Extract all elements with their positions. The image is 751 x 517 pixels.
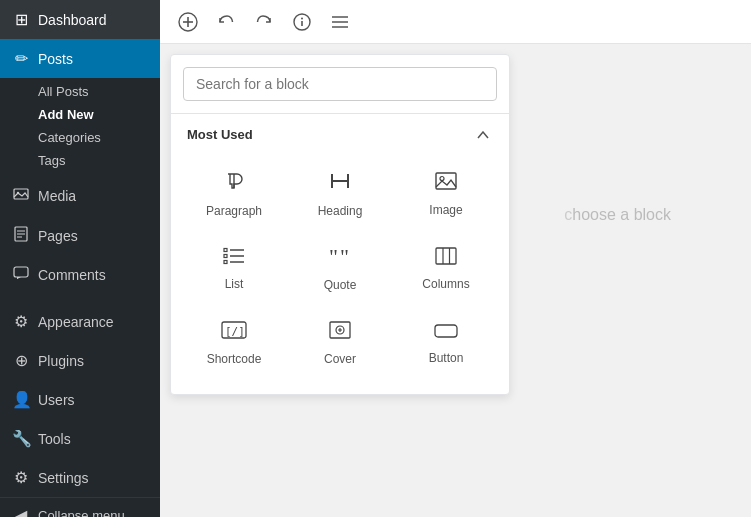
block-item-heading[interactable]: Heading	[289, 158, 391, 230]
block-item-button[interactable]: Button	[395, 308, 497, 378]
editor-toolbar	[160, 0, 751, 44]
media-icon	[12, 186, 30, 206]
image-icon	[435, 171, 457, 195]
sidebar-item-posts[interactable]: ✏ Posts	[0, 39, 160, 78]
plugins-icon: ⊕	[12, 351, 30, 370]
sidebar-label-media: Media	[38, 188, 76, 204]
main-area: Most Used Paragraph	[160, 0, 751, 517]
search-wrap	[171, 55, 509, 114]
block-item-list[interactable]: List	[183, 234, 285, 304]
shortcode-label: Shortcode	[207, 352, 262, 366]
search-block-input[interactable]	[183, 67, 497, 101]
block-item-paragraph[interactable]: Paragraph	[183, 158, 285, 230]
sidebar-label-plugins: Plugins	[38, 353, 84, 369]
posts-icon: ✏	[12, 49, 30, 68]
sidebar-label-appearance: Appearance	[38, 314, 114, 330]
sidebar-label-comments: Comments	[38, 267, 106, 283]
most-used-label: Most Used	[187, 127, 253, 142]
paragraph-label: Paragraph	[206, 204, 262, 218]
shortcode-icon: [/]	[221, 320, 247, 344]
editor-area: Most Used Paragraph	[160, 44, 751, 517]
svg-rect-31	[436, 248, 456, 264]
paragraph-icon	[223, 170, 245, 196]
sidebar-item-users[interactable]: 👤 Users	[0, 380, 160, 419]
block-inserter-popup: Most Used Paragraph	[170, 54, 510, 395]
settings-icon: ⚙	[12, 468, 30, 487]
blocks-grid: Paragraph Heading Image	[171, 150, 509, 394]
cover-icon	[329, 320, 351, 344]
svg-point-13	[301, 17, 303, 19]
svg-text:[/]: [/]	[225, 325, 245, 338]
block-item-shortcode[interactable]: [/] Shortcode	[183, 308, 285, 378]
posts-submenu: All Posts Add New Categories Tags	[0, 78, 160, 176]
block-item-cover[interactable]: Cover	[289, 308, 391, 378]
comments-icon	[12, 266, 30, 284]
block-item-quote[interactable]: "" Quote	[289, 234, 391, 304]
svg-rect-40	[435, 325, 457, 337]
add-new-link[interactable]: Add New	[38, 103, 160, 126]
sidebar-label-posts: Posts	[38, 51, 73, 67]
svg-rect-6	[14, 267, 28, 277]
redo-button[interactable]	[248, 6, 280, 38]
sidebar-label-tools: Tools	[38, 431, 71, 447]
sidebar-item-media[interactable]: Media	[0, 176, 160, 216]
svg-rect-21	[436, 173, 456, 189]
button-label: Button	[429, 351, 464, 365]
sidebar-item-appearance[interactable]: ⚙ Appearance	[0, 302, 160, 341]
columns-icon	[435, 247, 457, 269]
appearance-icon: ⚙	[12, 312, 30, 331]
heading-icon	[329, 170, 351, 196]
sidebar-label-settings: Settings	[38, 470, 89, 486]
list-label: List	[225, 277, 244, 291]
sidebar-item-plugins[interactable]: ⊕ Plugins	[0, 341, 160, 380]
most-used-section-header: Most Used	[171, 114, 509, 150]
block-item-columns[interactable]: Columns	[395, 234, 497, 304]
collapse-menu[interactable]: ◀ Collapse menu	[0, 497, 160, 517]
more-tools-button[interactable]	[324, 6, 356, 38]
button-icon	[434, 321, 458, 343]
tools-icon: 🔧	[12, 429, 30, 448]
quote-icon: ""	[328, 246, 352, 270]
block-item-image[interactable]: Image	[395, 158, 497, 230]
quote-label: Quote	[324, 278, 357, 292]
choose-block-hint: choose a block	[564, 204, 671, 225]
sidebar: ⊞ Dashboard ✏ Posts All Posts Add New Ca…	[0, 0, 160, 517]
add-block-button[interactable]	[172, 6, 204, 38]
sidebar-label-pages: Pages	[38, 228, 78, 244]
pages-icon	[12, 226, 30, 246]
columns-label: Columns	[422, 277, 469, 291]
svg-rect-28	[224, 261, 227, 264]
svg-point-22	[440, 177, 444, 181]
sidebar-item-comments[interactable]: Comments	[0, 256, 160, 294]
collapse-icon: ◀	[12, 506, 30, 517]
svg-rect-27	[224, 255, 227, 258]
cover-label: Cover	[324, 352, 356, 366]
sidebar-item-tools[interactable]: 🔧 Tools	[0, 419, 160, 458]
sidebar-item-pages[interactable]: Pages	[0, 216, 160, 256]
all-posts-link[interactable]: All Posts	[38, 80, 160, 103]
most-used-toggle[interactable]	[473, 124, 493, 144]
tags-link[interactable]: Tags	[38, 149, 160, 172]
info-button[interactable]	[286, 6, 318, 38]
undo-button[interactable]	[210, 6, 242, 38]
sidebar-item-settings[interactable]: ⚙ Settings	[0, 458, 160, 497]
heading-label: Heading	[318, 204, 363, 218]
choose-block-text-content: hoose a block	[572, 206, 671, 223]
categories-link[interactable]: Categories	[38, 126, 160, 149]
svg-text:": "	[340, 246, 349, 266]
users-icon: 👤	[12, 390, 30, 409]
sidebar-item-dashboard[interactable]: ⊞ Dashboard	[0, 0, 160, 39]
sidebar-label-users: Users	[38, 392, 75, 408]
list-icon	[223, 247, 245, 269]
collapse-label: Collapse menu	[38, 508, 125, 517]
image-label: Image	[429, 203, 462, 217]
dashboard-icon: ⊞	[12, 10, 30, 29]
svg-rect-26	[224, 249, 227, 252]
sidebar-label-dashboard: Dashboard	[38, 12, 107, 28]
svg-text:": "	[329, 246, 338, 266]
